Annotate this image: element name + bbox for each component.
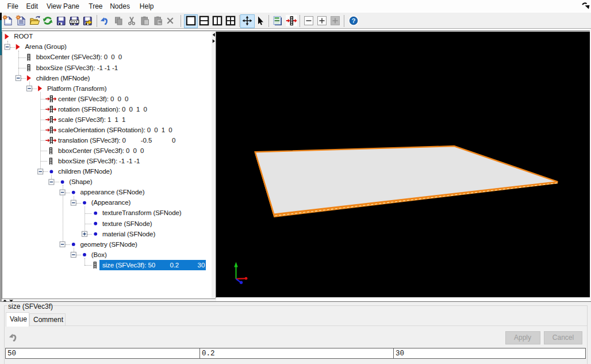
svg-text:?: ? (351, 17, 355, 24)
